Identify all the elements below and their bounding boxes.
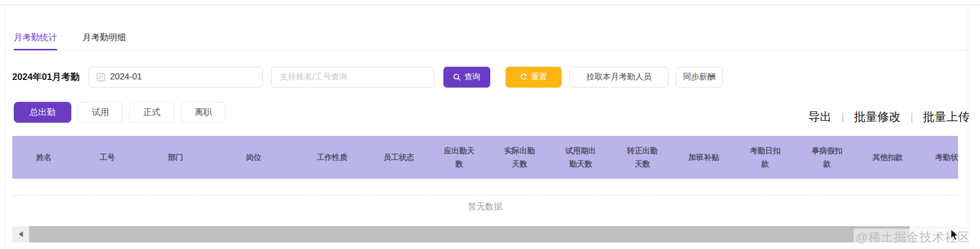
scroll-left-icon xyxy=(19,231,23,237)
column-header-employee-id: 工号 xyxy=(75,151,139,164)
card-top-border xyxy=(0,5,980,5)
search-button[interactable]: 查询 xyxy=(443,67,490,88)
month-picker[interactable]: 2024-01 xyxy=(89,67,263,88)
empty-state-text: 暂无数据 xyxy=(12,201,958,212)
batch-edit-link[interactable]: 批量修改 xyxy=(854,109,901,125)
reset-button[interactable]: 重置 xyxy=(506,67,562,88)
month-picker-value: 2024-01 xyxy=(110,72,142,82)
empty-row-divider xyxy=(12,195,958,196)
month-title: 2024年01月考勤 xyxy=(12,71,89,83)
horizontal-scrollbar[interactable] xyxy=(12,226,968,242)
column-header-department: 部门 xyxy=(139,151,212,164)
search-input[interactable] xyxy=(271,67,434,88)
sync-salary-button[interactable]: 同步薪酬 xyxy=(676,67,723,88)
column-header-employee-status: 员工状态 xyxy=(368,151,429,164)
column-header-probation-days: 试用期出勤天数 xyxy=(550,144,612,171)
search-icon xyxy=(453,73,461,81)
filter-regular[interactable]: 正式 xyxy=(129,102,174,123)
card-right-border xyxy=(968,5,968,249)
scroll-left-button[interactable] xyxy=(12,226,29,242)
cursor-icon xyxy=(950,229,961,244)
column-header-overtime-subsidy: 加班补贴 xyxy=(673,151,734,164)
filter-resigned[interactable]: 离职 xyxy=(181,102,226,123)
reset-button-label: 重置 xyxy=(531,72,547,82)
scrollbar-thumb[interactable] xyxy=(29,226,910,242)
column-header-name: 姓名 xyxy=(12,151,75,164)
column-header-regular-days: 转正出勤天数 xyxy=(612,144,673,171)
tab-monthly-attendance-stats[interactable]: 月考勤统计 xyxy=(14,26,57,50)
column-header-attendance-deduction: 考勤日扣款 xyxy=(734,144,796,171)
column-header-position: 岗位 xyxy=(212,151,296,164)
export-link[interactable]: 导出 xyxy=(808,109,832,125)
pull-month-attendance-button[interactable]: 拉取本月考勤人员 xyxy=(569,67,669,88)
refresh-icon xyxy=(520,73,527,81)
bulk-separator: | xyxy=(841,111,844,123)
bulk-actions: 导出 | 批量修改 | 批量上传 xyxy=(808,109,970,125)
column-header-sick-leave-deduction: 事病假扣款 xyxy=(796,144,858,171)
query-toolbar: 2024年01月考勤 2024-01 查询 重置 拉取本月考勤人员 同步薪酬 xyxy=(12,66,723,88)
bulk-separator: | xyxy=(911,111,913,123)
column-header-work-type: 工作性质 xyxy=(296,151,368,164)
batch-upload-link[interactable]: 批量上传 xyxy=(923,109,970,125)
column-header-actual-days: 实际出勤天数 xyxy=(489,144,550,171)
column-header-other-deduction: 其他扣款 xyxy=(858,151,917,164)
filter-probation[interactable]: 试用 xyxy=(78,102,123,123)
table-header-row: 姓名 工号 部门 岗位 工作性质 员工状态 应出勤天数 实际出勤天数 试用期出勤… xyxy=(12,136,958,179)
filter-total-attendance[interactable]: 总出勤 xyxy=(14,102,71,123)
tab-monthly-attendance-detail[interactable]: 月考勤明细 xyxy=(83,26,126,49)
column-header-expected-days: 应出勤天数 xyxy=(429,144,489,171)
search-button-label: 查询 xyxy=(464,72,481,82)
column-header-attendance-status: 考勤状态 xyxy=(917,151,958,164)
status-filter-group: 总出勤 试用 正式 离职 xyxy=(14,102,226,123)
calendar-icon xyxy=(96,72,105,81)
tab-bar: 月考勤统计 月考勤明细 xyxy=(5,26,968,50)
